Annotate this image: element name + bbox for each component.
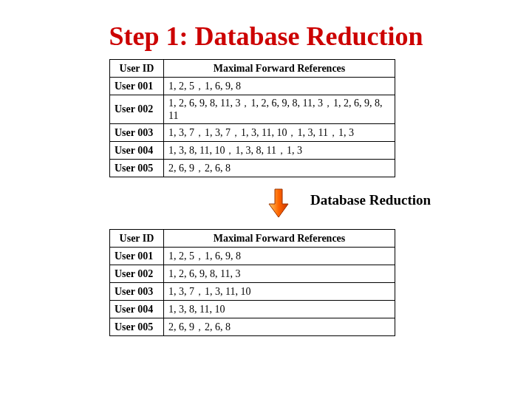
table-row: User 004 1, 3, 8, 11, 10 — [110, 301, 395, 318]
cell-ref: 1, 2, 5，1, 6, 9, 8 — [164, 78, 395, 95]
slide-title: Step 1: Database Reduction — [0, 0, 532, 59]
cell-user: User 001 — [110, 78, 164, 95]
cell-ref: 1, 2, 6, 9, 8, 11, 3，1, 2, 6, 9, 8, 11, … — [164, 95, 395, 124]
cell-ref: 1, 3, 7，1, 3, 7，1, 3, 11, 10，1, 3, 11，1,… — [164, 124, 395, 142]
table-header-row: User ID Maximal Forward References — [110, 60, 395, 78]
cell-ref: 1, 3, 8, 11, 10，1, 3, 8, 11，1, 3 — [164, 142, 395, 160]
cell-user: User 004 — [110, 142, 164, 160]
arrow-label: Database Reduction — [310, 192, 431, 208]
table-row: User 003 1, 3, 7，1, 3, 7，1, 3, 11, 10，1,… — [110, 124, 395, 142]
cell-user: User 005 — [110, 318, 164, 336]
cell-ref: 1, 3, 8, 11, 10 — [164, 301, 395, 318]
cell-ref: 2, 6, 9，2, 6, 8 — [164, 318, 395, 336]
table-row: User 002 1, 2, 6, 9, 8, 11, 3，1, 2, 6, 9… — [110, 95, 395, 124]
cell-user: User 005 — [110, 160, 164, 177]
down-arrow-icon — [266, 188, 291, 220]
cell-user: User 004 — [110, 301, 164, 318]
header-user-id: User ID — [110, 230, 164, 248]
cell-user: User 001 — [110, 248, 164, 265]
table-row: User 005 2, 6, 9，2, 6, 8 — [110, 318, 395, 336]
table-before: User ID Maximal Forward References User … — [109, 59, 395, 177]
table-row: User 001 1, 2, 5，1, 6, 9, 8 — [110, 248, 395, 265]
table-row: User 003 1, 3, 7，1, 3, 11, 10 — [110, 283, 395, 301]
cell-ref: 1, 3, 7，1, 3, 11, 10 — [164, 283, 395, 301]
cell-ref: 1, 2, 5，1, 6, 9, 8 — [164, 248, 395, 265]
cell-ref: 2, 6, 9，2, 6, 8 — [164, 160, 395, 177]
table-header-row: User ID Maximal Forward References — [110, 230, 395, 248]
cell-user: User 002 — [110, 265, 164, 283]
header-references: Maximal Forward References — [164, 230, 395, 248]
table-row: User 005 2, 6, 9，2, 6, 8 — [110, 160, 395, 177]
table-row: User 002 1, 2, 6, 9, 8, 11, 3 — [110, 265, 395, 283]
header-user-id: User ID — [110, 60, 164, 78]
header-references: Maximal Forward References — [164, 60, 395, 78]
cell-user: User 003 — [110, 283, 164, 301]
cell-user: User 002 — [110, 95, 164, 124]
table-after: User ID Maximal Forward References User … — [109, 229, 395, 336]
arrow-section: Database Reduction — [0, 186, 532, 223]
cell-ref: 1, 2, 6, 9, 8, 11, 3 — [164, 265, 395, 283]
table-row: User 004 1, 3, 8, 11, 10，1, 3, 8, 11，1, … — [110, 142, 395, 160]
cell-user: User 003 — [110, 124, 164, 142]
table-row: User 001 1, 2, 5，1, 6, 9, 8 — [110, 78, 395, 95]
